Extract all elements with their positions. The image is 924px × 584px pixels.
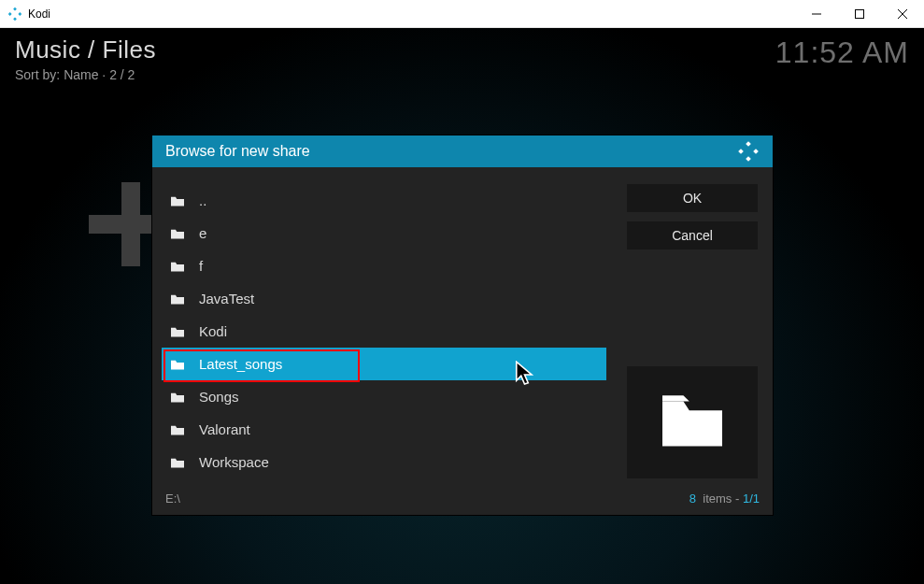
item-count: 8 items - 1/1	[689, 491, 760, 506]
sort-info: Sort by: Name · 2 / 2	[15, 67, 135, 82]
window-close-button[interactable]	[881, 0, 924, 28]
clock: 11:52 AM	[775, 36, 909, 70]
svg-rect-1	[8, 12, 12, 16]
svg-rect-5	[856, 9, 864, 18]
dialog-title: Browse for new share	[165, 143, 310, 160]
folder-row[interactable]: Workspace	[162, 446, 606, 478]
folder-preview-icon	[627, 366, 758, 478]
window-title: Kodi	[28, 7, 50, 21]
folder-icon	[169, 325, 186, 338]
window-titlebar: Kodi	[0, 0, 924, 28]
folder-row[interactable]: Valorant	[162, 413, 606, 446]
folder-label: Valorant	[199, 421, 250, 437]
folder-label: f	[199, 258, 203, 274]
dialog-footer: E:\ 8 items - 1/1	[152, 486, 773, 515]
kodi-app-icon	[7, 7, 22, 21]
current-path: E:\	[165, 491, 180, 506]
folder-label: Songs	[199, 389, 239, 405]
folder-row[interactable]: f	[162, 249, 606, 282]
breadcrumb: Music / Files	[15, 36, 156, 64]
svg-rect-2	[18, 12, 21, 16]
window-minimize-button[interactable]	[795, 0, 838, 28]
browse-share-dialog: Browse for new share ..efJavaTestKodiLat…	[152, 135, 773, 515]
folder-icon	[169, 227, 186, 240]
folder-label: e	[199, 225, 206, 241]
folder-label: JavaTest	[199, 291, 254, 306]
folder-icon	[169, 358, 186, 371]
svg-rect-3	[13, 17, 17, 21]
folder-icon	[169, 194, 186, 207]
folder-row[interactable]: e	[162, 217, 606, 249]
svg-rect-11	[746, 156, 751, 162]
folder-label: Latest_songs	[199, 356, 282, 372]
svg-rect-10	[753, 149, 759, 154]
folder-list: ..efJavaTestKodiLatest_songsSongsValoran…	[162, 184, 606, 478]
folder-row[interactable]: ..	[162, 184, 606, 217]
kodi-logo-icon	[737, 140, 760, 163]
cancel-button[interactable]: Cancel	[627, 221, 758, 249]
svg-rect-0	[13, 7, 17, 10]
folder-row[interactable]: Kodi	[162, 315, 606, 348]
svg-rect-9	[738, 149, 744, 154]
folder-row[interactable]: Latest_songs	[162, 348, 606, 380]
folder-icon	[169, 260, 186, 273]
folder-icon	[169, 292, 186, 306]
svg-rect-8	[746, 141, 751, 147]
folder-row[interactable]: Songs	[162, 380, 606, 413]
folder-row[interactable]: JavaTest	[162, 282, 606, 315]
folder-icon	[169, 456, 186, 469]
dialog-header: Browse for new share	[152, 135, 773, 167]
kodi-app-surface: Music / Files Sort by: Name · 2 / 2 11:5…	[0, 28, 924, 584]
folder-label: ..	[199, 192, 206, 208]
ok-button[interactable]: OK	[627, 184, 758, 212]
window-maximize-button[interactable]	[838, 0, 881, 28]
folder-label: Workspace	[199, 454, 269, 470]
folder-label: Kodi	[199, 323, 227, 339]
folder-icon	[169, 423, 186, 436]
folder-icon	[169, 391, 186, 404]
